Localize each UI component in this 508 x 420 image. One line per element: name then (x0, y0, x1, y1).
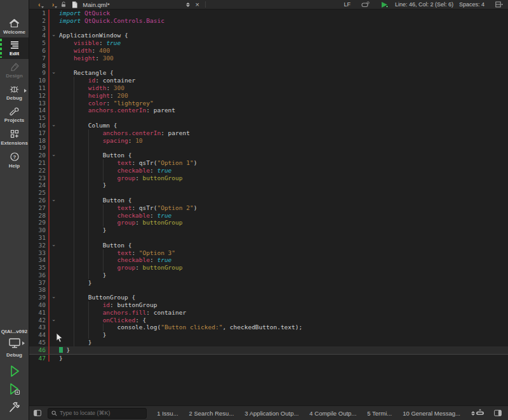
line-number[interactable]: 32 (29, 242, 48, 249)
line-number[interactable]: 20 (29, 152, 48, 159)
output-pane-search-results[interactable]: 2 Search Resu... (189, 410, 234, 417)
indentation-status[interactable]: Spaces: 4 (459, 1, 485, 8)
code-line[interactable]: 37 } (29, 279, 508, 287)
code-line[interactable]: 24 } (29, 181, 508, 189)
code-line[interactable]: 5 visible: true (29, 39, 508, 47)
code-line[interactable]: 3 (29, 25, 508, 32)
line-number[interactable]: 17 (29, 129, 48, 137)
fold-chevron-icon[interactable]: ⌄ (50, 32, 58, 39)
output-pane-issues[interactable]: 1 Issu... (157, 410, 178, 417)
line-number[interactable]: 13 (29, 100, 48, 107)
sidebar-item-help[interactable]: ? Help (0, 148, 29, 171)
sidebar-item-welcome[interactable]: Welcome (0, 15, 29, 37)
output-pane-application-output[interactable]: 3 Application Outp... (244, 410, 298, 417)
line-number[interactable]: 36 (29, 272, 48, 279)
line-number[interactable]: 14 (29, 107, 48, 114)
left-panel-toggle-icon[interactable] (34, 410, 41, 416)
code-area[interactable]: 1import QtQuick2import QtQuick.Controls.… (29, 10, 508, 362)
fold-chevron-icon[interactable]: ⌄ (50, 242, 58, 249)
line-number[interactable]: 46 (29, 346, 48, 354)
line-number[interactable]: 30 (29, 226, 48, 234)
run-button[interactable] (0, 364, 29, 378)
line-number[interactable]: 22 (29, 167, 48, 174)
line-number[interactable]: 45 (29, 339, 48, 346)
line-number[interactable]: 26 (29, 197, 48, 204)
code-line[interactable]: 22 checkable: true (29, 167, 508, 174)
line-number[interactable]: 11 (29, 84, 48, 92)
code-line[interactable]: 46 } (29, 346, 508, 355)
line-number[interactable]: 23 (29, 174, 48, 182)
sidebar-item-extensions[interactable]: Extensions (0, 126, 29, 148)
forward-button[interactable]: › (50, 1, 57, 8)
line-number[interactable]: 19 (29, 144, 48, 152)
code-line[interactable]: 36 } (29, 272, 508, 279)
code-line[interactable]: 4⌄ApplicationWindow { (29, 32, 508, 39)
fold-chevron-icon[interactable]: ⌄ (50, 152, 58, 159)
line-number[interactable]: 39 (29, 294, 48, 301)
line-number[interactable]: 1 (29, 10, 48, 17)
code-line[interactable]: 35 group: buttonGroup (29, 264, 508, 272)
code-line[interactable]: 12 height: 200 (29, 92, 508, 100)
fold-chevron-icon[interactable]: ⌄ (50, 69, 58, 77)
fold-chevron-icon[interactable]: ⌄ (50, 294, 58, 301)
code-editor[interactable]: 1import QtQuick2import QtQuick.Controls.… (29, 9, 508, 406)
fold-chevron-icon[interactable]: ⌄ (50, 197, 58, 204)
code-line[interactable]: 9⌄ Rectangle { (29, 69, 508, 77)
output-pane-terminal[interactable]: 5 Termi... (367, 410, 392, 417)
line-number[interactable]: 44 (29, 331, 48, 339)
code-line[interactable]: 7 height: 300 (29, 55, 508, 62)
debug-run-button[interactable] (0, 382, 29, 396)
code-line[interactable]: 44 } (29, 331, 508, 339)
kit-selector-button[interactable] (0, 338, 29, 351)
line-number[interactable]: 33 (29, 249, 48, 257)
code-line[interactable]: 8 (29, 62, 508, 70)
code-line[interactable]: 38 (29, 286, 508, 294)
code-line[interactable]: 29 group: buttonGroup (29, 219, 508, 226)
code-line[interactable]: 26⌄ Button { (29, 197, 508, 204)
progress-details-icon[interactable] (475, 407, 485, 419)
code-line[interactable]: 21 text: qsTr("Option 1") (29, 159, 508, 167)
code-line[interactable]: 28 checkable: true (29, 212, 508, 220)
line-number[interactable]: 24 (29, 181, 48, 189)
sidebar-item-debug[interactable]: Debug (0, 81, 29, 103)
line-number[interactable]: 47 (29, 355, 48, 362)
code-line[interactable]: 13 color: "lightgrey" (29, 100, 508, 107)
line-number[interactable]: 8 (29, 62, 48, 70)
line-number[interactable]: 31 (29, 234, 48, 242)
line-number[interactable]: 34 (29, 256, 48, 264)
fold-chevron-icon[interactable]: ⌄ (50, 317, 58, 324)
line-number[interactable]: 40 (29, 301, 48, 309)
code-line[interactable]: 2import QtQuick.Controls.Basic (29, 17, 508, 25)
code-line[interactable]: 11 width: 300 (29, 84, 508, 92)
line-number[interactable]: 21 (29, 159, 48, 167)
code-line[interactable]: 34 checkable: true (29, 256, 508, 264)
code-line[interactable]: 10 id: container (29, 77, 508, 84)
code-line[interactable]: 32⌄ Button { (29, 242, 508, 249)
sidebar-item-edit[interactable]: Edit (0, 37, 29, 59)
line-number[interactable]: 42 (29, 317, 48, 324)
kit-selector-label[interactable]: QtAl...v092 (0, 329, 29, 334)
code-line[interactable]: 17 anchors.centerIn: parent (29, 129, 508, 137)
line-ending-selector[interactable]: LF (344, 1, 351, 8)
code-line[interactable]: 30 } (29, 226, 508, 234)
code-line[interactable]: 27 text: qsTr("Option 2") (29, 204, 508, 212)
line-number[interactable]: 16 (29, 122, 48, 129)
line-number[interactable]: 27 (29, 204, 48, 212)
line-number[interactable]: 18 (29, 137, 48, 145)
line-number[interactable]: 10 (29, 77, 48, 84)
code-line[interactable]: 47} (29, 355, 508, 362)
line-number[interactable]: 35 (29, 264, 48, 272)
build-button[interactable] (0, 400, 29, 414)
line-number[interactable]: 2 (29, 17, 48, 25)
line-number[interactable]: 7 (29, 55, 48, 62)
line-number[interactable]: 28 (29, 212, 48, 220)
code-line[interactable]: 23 group: buttonGroup (29, 174, 508, 182)
line-number[interactable]: 41 (29, 309, 48, 317)
output-pane-general-messages[interactable]: 10 General Messag... (403, 410, 460, 417)
line-number[interactable]: 43 (29, 324, 48, 331)
code-line[interactable]: 20⌄ Button { (29, 152, 508, 159)
code-line[interactable]: 42⌄ onClicked: { (29, 317, 508, 324)
right-panel-toggle-icon[interactable] (494, 407, 502, 419)
line-number[interactable]: 12 (29, 92, 48, 100)
code-line[interactable]: 14 anchors.centerIn: parent (29, 107, 508, 114)
